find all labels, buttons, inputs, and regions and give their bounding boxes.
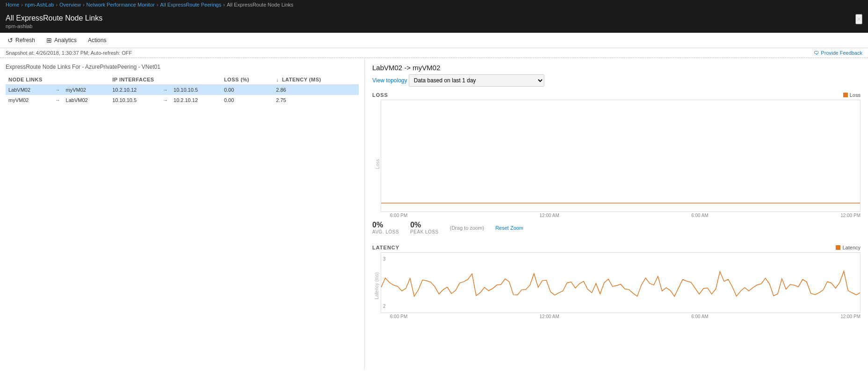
- arrow-icon-2: →: [160, 95, 171, 105]
- table-row[interactable]: myVM02 → LabVM02 10.10.10.5 → 10.2.10.12…: [6, 95, 359, 105]
- loss-legend: Loss: [843, 92, 861, 98]
- from-node: LabVM02: [6, 85, 52, 95]
- loss-chart-header: LOSS Loss: [372, 92, 861, 98]
- breadcrumb-npm-ashlab[interactable]: npm-AshLab: [25, 2, 54, 7]
- from-ip: 10.2.10.12: [109, 85, 160, 95]
- from-node: myVM02: [6, 95, 52, 105]
- latency-legend-label: Latency: [842, 245, 861, 250]
- loss-stats: 0% AVG. LOSS 0% PEAK LOSS (Drag to zoom)…: [372, 218, 861, 237]
- node-links-table-container: NODE LINKS IP INTERFACES LOSS (%) ↓ LATE…: [6, 75, 359, 105]
- latency-chart-header: LATENCY Latency: [372, 245, 861, 250]
- view-topology-link[interactable]: View topology: [372, 77, 407, 84]
- peak-loss-stat: 0% PEAK LOSS: [410, 221, 439, 234]
- refresh-button[interactable]: ↺ Refresh: [6, 36, 37, 45]
- avg-loss-stat: 0% AVG. LOSS: [372, 221, 399, 234]
- drag-zoom-text: (Drag to zoom): [450, 225, 484, 231]
- latency-x-axis: 6:00 PM12:00 AM6:00 AM12:00 PM: [381, 313, 861, 319]
- loss-chart-section: LOSS Loss Loss 6:00 PM: [372, 92, 861, 237]
- peak-loss-value: 0%: [410, 221, 439, 229]
- x-label: 6:00 AM: [691, 213, 709, 218]
- analytics-button[interactable]: ⊞ Analytics: [44, 36, 79, 45]
- detail-title: LabVM02 -> myVM02: [372, 64, 861, 72]
- node-links-table: NODE LINKS IP INTERFACES LOSS (%) ↓ LATE…: [6, 75, 359, 105]
- breadcrumb-peerings[interactable]: All ExpressRoute Peerings: [160, 2, 221, 7]
- peak-loss-label: PEAK LOSS: [410, 229, 439, 234]
- main-layout: ExpressRoute Node Links For - AzurePriva…: [0, 58, 868, 369]
- to-ip: 10.10.10.5: [171, 85, 221, 95]
- loss-value: 0.00: [221, 85, 273, 95]
- toolbar: ↺ Refresh ⊞ Analytics Actions: [0, 33, 868, 48]
- avg-loss-value: 0%: [372, 221, 399, 229]
- section-title: ExpressRoute Node Links For - AzurePriva…: [6, 64, 359, 70]
- x-label: 12:00 AM: [540, 314, 559, 319]
- to-node: myVM02: [63, 85, 110, 95]
- col-node-links: NODE LINKS: [6, 75, 109, 85]
- loss-x-axis: 6:00 PM12:00 AM6:00 AM12:00 PM: [381, 212, 861, 218]
- arrow-icon: →: [52, 95, 63, 105]
- x-label: 12:00 PM: [840, 314, 861, 319]
- arrow-icon-2: →: [160, 85, 171, 95]
- refresh-icon: ↺: [7, 36, 13, 44]
- latency-chart-section: LATENCY Latency Latency (ms) 3 2: [372, 245, 861, 319]
- breadcrumb-current: All ExpressRoute Node Links: [227, 2, 293, 7]
- arrow-icon: →: [52, 85, 63, 95]
- actions-label: Actions: [88, 37, 106, 44]
- latency-svg: [381, 253, 860, 313]
- breadcrumb-npm[interactable]: Network Performance Monitor: [87, 2, 155, 7]
- feedback-label: Provide Feedback: [821, 50, 862, 56]
- time-range-select[interactable]: Data based on last 1 dayData based on la…: [409, 74, 544, 87]
- feedback-icon: 🗨: [814, 50, 819, 56]
- to-ip: 10.2.10.12: [171, 95, 221, 105]
- latency-chart-wrapper: Latency (ms) 3 2 6:00 PM12:00 AM6:00 AM1…: [372, 252, 861, 319]
- page-title: All ExpressRoute Node Links: [6, 14, 102, 22]
- latency-y-2: 2: [383, 304, 386, 309]
- latency-chart-area: 3 2 6:00 PM12:00 AM6:00 AM12:00 PM: [381, 252, 861, 319]
- latency-y-label: Latency (ms): [374, 272, 379, 299]
- avg-loss-label: AVG. LOSS: [372, 229, 399, 234]
- from-ip: 10.10.10.5: [109, 95, 160, 105]
- loss-chart-canvas: [381, 100, 861, 212]
- latency-legend-dot: [836, 245, 840, 250]
- loss-chart-label: LOSS: [372, 92, 388, 98]
- loss-chart-area: 6:00 PM12:00 AM6:00 AM12:00 PM: [381, 100, 861, 218]
- page-subtitle: npm-ashlab: [6, 23, 102, 29]
- loss-chart-wrapper: Loss 6:00 PM12:00 AM6:00 AM12:00 PM: [372, 100, 861, 218]
- analytics-icon: ⊞: [46, 36, 52, 44]
- breadcrumb: Home › npm-AshLab › Overview › Network P…: [0, 0, 868, 10]
- snapshot-text: Snapshot at: 4/26/2018, 1:30:37 PM; Auto…: [6, 50, 132, 56]
- loss-svg: [381, 100, 860, 212]
- col-loss: LOSS (%): [221, 75, 273, 85]
- latency-chart-label: LATENCY: [372, 245, 399, 250]
- x-label: 6:00 AM: [691, 314, 709, 319]
- feedback-link[interactable]: 🗨 Provide Feedback: [814, 50, 862, 56]
- sort-icon: ↓: [276, 77, 279, 82]
- title-bar: All ExpressRoute Node Links npm-ashlab ×: [0, 10, 868, 33]
- x-label: 12:00 AM: [540, 213, 559, 218]
- loss-legend-label: Loss: [850, 92, 861, 98]
- latency-y-3: 3: [383, 256, 386, 262]
- latency-value: 2.75: [273, 95, 359, 105]
- latency-chart-canvas: 3 2: [381, 252, 861, 313]
- snapshot-bar: Snapshot at: 4/26/2018, 1:30:37 PM; Auto…: [0, 48, 868, 58]
- reset-zoom-link[interactable]: Reset Zoom: [495, 225, 523, 231]
- col-ip-interfaces: IP INTERFACES: [109, 75, 221, 85]
- table-row[interactable]: LabVM02 → myVM02 10.2.10.12 → 10.10.10.5…: [6, 85, 359, 95]
- loss-legend-dot: [843, 93, 848, 97]
- title-bar-left: All ExpressRoute Node Links npm-ashlab: [6, 14, 102, 29]
- x-label: 6:00 PM: [390, 213, 407, 218]
- loss-y-label: Loss: [375, 159, 380, 169]
- refresh-label: Refresh: [15, 37, 35, 44]
- latency-legend: Latency: [836, 245, 861, 250]
- x-label: 6:00 PM: [390, 314, 407, 319]
- to-node: LabVM02: [63, 95, 110, 105]
- right-panel: LabVM02 -> myVM02 View topology Data bas…: [365, 58, 868, 369]
- col-latency: ↓ LATENCY (MS): [273, 75, 359, 85]
- latency-value: 2.86: [273, 85, 359, 95]
- actions-button[interactable]: Actions: [86, 36, 108, 44]
- breadcrumb-home[interactable]: Home: [6, 2, 19, 7]
- breadcrumb-overview[interactable]: Overview: [59, 2, 81, 7]
- x-label: 12:00 PM: [840, 213, 861, 218]
- left-panel: ExpressRoute Node Links For - AzurePriva…: [0, 58, 365, 369]
- close-button[interactable]: ×: [855, 14, 862, 24]
- loss-value: 0.00: [221, 95, 273, 105]
